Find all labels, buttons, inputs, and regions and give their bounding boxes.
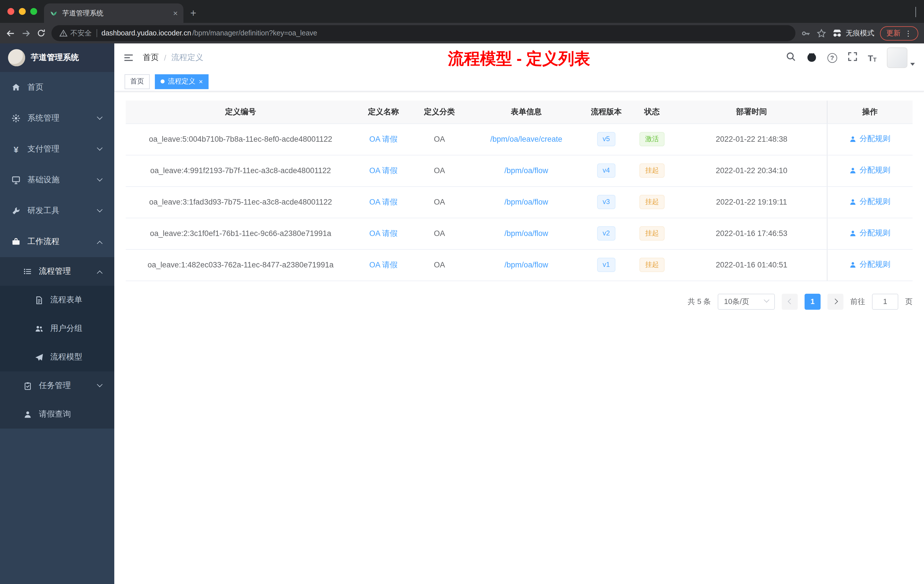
- browser-tab[interactable]: 芋道管理系统 ×: [44, 3, 183, 23]
- new-tab-button[interactable]: +: [190, 7, 196, 20]
- assign-rule-button[interactable]: 分配规则: [850, 197, 891, 207]
- sidebar-item-label: 流程表单: [50, 295, 114, 305]
- sidebar-item-label: 首页: [27, 82, 114, 92]
- sidebar-logo-row: 芋道管理系统: [0, 43, 114, 72]
- pagination: 共 5 条 10条/页 1 前往 页: [126, 294, 912, 309]
- security-label: 不安全: [70, 28, 92, 38]
- assign-rule-link[interactable]: 分配规则: [860, 228, 891, 239]
- form-link[interactable]: /bpm/oa/leave/create: [490, 135, 562, 144]
- assign-rule-link[interactable]: 分配规则: [860, 134, 891, 144]
- url-bar[interactable]: 不安全 dashboard.yudao.iocoder.cn/bpm/manag…: [51, 25, 795, 41]
- yen-icon: ¥: [12, 145, 21, 154]
- sidebar-item-process-model[interactable]: 流程模型: [0, 343, 114, 371]
- sidebar: 芋道管理系统 首页 系统管理 ¥ 支付管理 基础设施: [0, 43, 114, 584]
- sidebar-item-task-management[interactable]: 任务管理: [0, 371, 114, 400]
- sidebar-item-leave-query[interactable]: 请假查询: [0, 400, 114, 429]
- tag-process-definition[interactable]: 流程定义 ×: [155, 74, 209, 89]
- user-avatar[interactable]: [887, 48, 908, 68]
- user-icon: [850, 167, 857, 174]
- chevron-up-icon: [97, 241, 102, 246]
- tab-close-icon[interactable]: ×: [173, 8, 178, 18]
- url-path: /bpm/manager/definition?key=oa_leave: [192, 29, 317, 37]
- breadcrumb-home[interactable]: 首页: [143, 53, 159, 63]
- search-icon[interactable]: [785, 51, 796, 64]
- assign-rule-button[interactable]: 分配规则: [850, 165, 891, 176]
- sidebar-item-label: 支付管理: [27, 144, 91, 154]
- list-icon: [23, 267, 32, 276]
- chrome-update-button[interactable]: 更新 ⋮: [880, 26, 918, 40]
- sidebar-item-infrastructure[interactable]: 基础设施: [0, 165, 114, 195]
- definition-name-link[interactable]: OA 请假: [369, 135, 398, 143]
- cell-deploy-time: 2022-01-16 01:40:51: [676, 249, 827, 280]
- page-number-1[interactable]: 1: [805, 294, 820, 309]
- tag-home[interactable]: 首页: [125, 74, 150, 89]
- goto-page-input[interactable]: [872, 294, 898, 309]
- sidebar-item-label: 系统管理: [27, 113, 91, 124]
- close-window-button[interactable]: [7, 8, 14, 15]
- github-icon[interactable]: [806, 51, 817, 64]
- cell-deploy-time: 2022-01-16 17:46:53: [676, 218, 827, 249]
- prev-page-button[interactable]: [782, 294, 798, 309]
- sidebar-item-user-group[interactable]: 用户分组: [0, 314, 114, 343]
- sidebar-item-process-form[interactable]: 流程表单: [0, 286, 114, 314]
- cell-category: OA: [411, 124, 467, 155]
- assign-rule-link[interactable]: 分配规则: [860, 260, 891, 270]
- minimize-window-button[interactable]: [19, 8, 26, 15]
- sidebar-item-system[interactable]: 系统管理: [0, 103, 114, 134]
- sidebar-item-home[interactable]: 首页: [0, 72, 114, 103]
- col-actions: 操作: [827, 101, 912, 124]
- cell-definition-id: oa_leave:3:1fad3d93-7b75-11ec-a3c8-acde4…: [126, 186, 355, 218]
- sidebar-item-workflow[interactable]: 工作流程: [0, 226, 114, 257]
- tag-close-icon[interactable]: ×: [199, 78, 203, 85]
- col-deploy-time: 部署时间: [676, 101, 827, 124]
- monitor-icon: [12, 175, 21, 185]
- users-icon: [34, 324, 43, 333]
- assign-rule-button[interactable]: 分配规则: [850, 228, 891, 239]
- tab-search-icon[interactable]: [916, 7, 916, 17]
- sidebar-item-process-management[interactable]: 流程管理: [0, 257, 114, 286]
- browser-menu-icon[interactable]: ⋮: [904, 29, 912, 38]
- user-icon: [850, 261, 857, 269]
- form-link[interactable]: /bpm/oa/flow: [504, 166, 548, 175]
- definition-name-link[interactable]: OA 请假: [369, 260, 398, 269]
- url-divider: [96, 29, 97, 37]
- zoom-window-button[interactable]: [30, 8, 37, 15]
- version-tag: v4: [597, 163, 615, 178]
- breadcrumb-current: 流程定义: [172, 53, 203, 63]
- help-icon[interactable]: ?: [827, 53, 837, 63]
- definition-name-link[interactable]: OA 请假: [369, 198, 398, 206]
- form-link[interactable]: /bpm/oa/flow: [504, 198, 548, 206]
- forward-icon[interactable]: [21, 28, 31, 38]
- status-tag: 激活: [639, 132, 665, 146]
- security-warning[interactable]: 不安全: [59, 28, 92, 38]
- page-size-select[interactable]: 10条/页: [718, 294, 775, 309]
- tab-title: 芋道管理系统: [62, 8, 168, 18]
- password-key-icon[interactable]: [801, 28, 811, 38]
- back-icon[interactable]: [6, 28, 15, 38]
- assign-rule-button[interactable]: 分配规则: [850, 260, 891, 270]
- user-menu[interactable]: [887, 48, 915, 68]
- col-form-info: 表单信息: [467, 101, 585, 124]
- form-link[interactable]: /bpm/oa/flow: [504, 229, 548, 238]
- wrench-icon: [12, 206, 21, 215]
- reload-icon[interactable]: [36, 28, 46, 38]
- table-row: oa_leave:4:991f2193-7b7f-11ec-a3c8-acde4…: [126, 155, 912, 186]
- cell-definition-id: oa_leave:5:004b710b-7b8a-11ec-8ef0-acde4…: [126, 124, 355, 155]
- next-page-button[interactable]: [827, 294, 843, 309]
- sidebar-item-payment[interactable]: ¥ 支付管理: [0, 134, 114, 165]
- sidebar-item-dev-tools[interactable]: 研发工具: [0, 195, 114, 226]
- fullscreen-icon[interactable]: [847, 51, 858, 64]
- sidebar-toggle-icon[interactable]: [124, 53, 134, 63]
- definition-name-link[interactable]: OA 请假: [369, 166, 398, 175]
- form-link[interactable]: /bpm/oa/flow: [504, 261, 548, 269]
- assign-rule-link[interactable]: 分配规则: [860, 165, 891, 176]
- definition-name-link[interactable]: OA 请假: [369, 229, 398, 238]
- font-size-icon[interactable]: TT: [868, 53, 876, 63]
- url-domain: dashboard.yudao.iocoder.cn: [101, 29, 191, 37]
- tag-label: 首页: [130, 77, 144, 86]
- assign-rule-link[interactable]: 分配规则: [860, 197, 891, 207]
- assign-rule-button[interactable]: 分配规则: [850, 134, 891, 144]
- bookmark-star-icon[interactable]: [817, 28, 826, 38]
- sidebar-item-label: 流程管理: [39, 266, 91, 277]
- table-row: oa_leave:5:004b710b-7b8a-11ec-8ef0-acde4…: [126, 124, 912, 155]
